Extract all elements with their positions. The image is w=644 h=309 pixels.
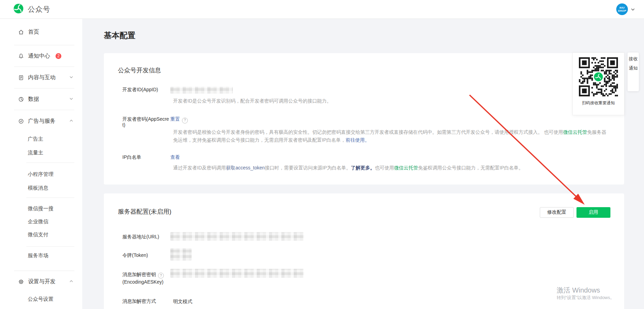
modify-config-button[interactable]: 修改配置 — [540, 207, 574, 218]
ip-view-link[interactable]: 查看 — [170, 154, 180, 160]
brand-title: 公众号 — [28, 4, 50, 14]
server-url-value-masked — [170, 232, 304, 241]
avatar-text-line2: SHOP — [618, 9, 627, 12]
ip-description: 通过开发者ID及密码调用获取access_token接口时，需要设置访问来源IP… — [173, 165, 610, 170]
sidebar-item-label: 内容与互动 — [28, 74, 56, 81]
sidebar-item-settings-dev[interactable]: 设置与开发 — [0, 271, 82, 292]
home-icon — [18, 29, 24, 35]
divider — [26, 163, 74, 163]
sidebar-subitem-label: 微信支付 — [28, 231, 48, 238]
encrypt-method-value: 明文模式 — [173, 299, 192, 304]
sidebar-subitem-label: 小程序管理 — [28, 171, 53, 178]
appid-description: 开发者ID是公众号开发识别码，配合开发者密码可调用公众号的接口能力。 — [173, 98, 610, 104]
sidebar-subitem-search[interactable]: 微信搜一搜 — [0, 202, 82, 215]
ip-desc-text1: 通过开发者ID及密码调用 — [173, 165, 226, 170]
appid-row: 开发者ID(AppID) 开发者ID是公众号开发识别码，配合开发者密码可调用公众… — [122, 87, 610, 104]
sidebar-item-content[interactable]: 内容与互动 — [0, 67, 82, 88]
sidebar-subitem-label: 模板消息 — [28, 185, 48, 191]
chevron-down-icon — [631, 7, 635, 12]
sidebar-subitem-miniprogram[interactable]: 小程序管理 — [0, 167, 82, 181]
notification-badge: 2 — [56, 53, 61, 59]
ip-whitelist-row: IP白名单 查看 通过开发者ID及密码调用获取access_token接口时，需… — [122, 154, 610, 170]
divider — [26, 198, 74, 198]
chevron-down-icon — [69, 74, 73, 81]
sidebar: 首页 通知中心 2 内容与互动 数据 — [0, 19, 82, 309]
sidebar-subitem-label: 企业微信 — [28, 218, 48, 225]
aeskey-label: 消息加解密密钥? (EncodingAESKey) — [122, 269, 170, 286]
aeskey-label-line2: (EncodingAESKey) — [122, 279, 163, 285]
sidebar-item-label: 通知中心 — [28, 52, 50, 60]
sidebar-item-ads-services[interactable]: 广告与服务 — [0, 110, 82, 132]
help-icon[interactable]: ? — [158, 273, 164, 278]
aeskey-label-line1: 消息加解密密钥 — [122, 272, 156, 277]
sidebar-subitem-service-market[interactable]: 服务市场 — [0, 249, 82, 262]
qr-caption: 扫码接收重要通知 — [582, 100, 615, 106]
access-token-link[interactable]: 获取access_token — [226, 165, 265, 170]
compass-icon — [18, 118, 24, 124]
token-label: 令牌(Token) — [122, 248, 170, 258]
cloud-hosting-link[interactable]: 微信云托管 — [563, 129, 587, 135]
appsecret-desc-text: 开发者密码是校验公众号开发者身份的密码，具有极高的安全性。切记勿把密码直接交给第… — [173, 129, 563, 135]
appsecret-row: 开发者密码(AppSecret) 重置? 开发者密码是校验公众号开发者身份的密码… — [122, 116, 610, 144]
learn-more-link[interactable]: 了解更多。 — [351, 165, 375, 170]
pie-chart-icon — [18, 96, 24, 102]
sidebar-item-label: 首页 — [28, 28, 39, 36]
server-config-card: 服务器配置(未启用) 修改配置 启用 服务器地址(URL) 令牌(Token) … — [104, 193, 624, 309]
encrypt-method-label: 消息加解密方式 — [122, 298, 170, 304]
token-row: 令牌(Token) — [122, 248, 610, 261]
sidebar-subitem-template-msg[interactable]: 模板消息 — [0, 181, 82, 195]
sidebar-item-data[interactable]: 数据 — [0, 88, 82, 110]
ip-desc-text3: 也可使用 — [375, 165, 394, 170]
appsecret-reset-link[interactable]: 重置 — [170, 116, 180, 122]
dev-info-card: 公众号开发信息 开发者ID(AppID) 开发者ID是公众号开发识别码，配合开发… — [104, 53, 624, 185]
dev-info-section-title: 公众号开发信息 — [118, 66, 610, 74]
app-window: 公众号 NIU SHOP 首页 通知中心 2 — [0, 0, 644, 309]
ip-desc-text2: 接口时，需要设置访问来源IP为白名单。 — [265, 165, 351, 170]
sidebar-item-label: 广告与服务 — [28, 118, 56, 125]
sidebar-item-label: 设置与开发 — [28, 278, 56, 285]
sidebar-subitem-label: 流量主 — [28, 150, 43, 156]
sidebar-subitem-account-settings[interactable]: 公众号设置 — [0, 292, 82, 306]
aeskey-value-masked — [170, 269, 304, 278]
appsecret-label: 开发者密码(AppSecret) — [122, 116, 170, 128]
sidebar-subitem-wepay[interactable]: 微信支付 — [0, 228, 82, 241]
sidebar-item-home[interactable]: 首页 — [0, 19, 82, 45]
account-menu[interactable]: NIU SHOP — [616, 3, 635, 15]
chevron-up-icon — [69, 278, 73, 285]
page-title: 基本配置 — [104, 30, 644, 40]
official-accounts-logo-icon — [13, 3, 24, 15]
divider — [26, 246, 74, 247]
receive-notice-tab[interactable]: 接收通知 — [628, 52, 639, 91]
encrypt-method-row: 消息加解密方式 明文模式 — [122, 298, 610, 305]
token-value-masked — [170, 248, 192, 261]
avatar-text-line1: NIU — [619, 6, 624, 9]
go-use-link[interactable]: 前往使用。 — [345, 137, 369, 143]
server-config-section-title: 服务器配置(未启用) — [118, 207, 171, 216]
appid-value-masked — [170, 87, 233, 94]
appsecret-description: 开发者密码是校验公众号开发者身份的密码，具有极高的安全性。切记勿把密码直接交给第… — [173, 128, 610, 144]
qr-notification-panel: 扫码接收重要通知 — [572, 52, 624, 115]
document-icon — [18, 75, 24, 81]
sidebar-item-label: 数据 — [28, 96, 39, 103]
gear-icon — [18, 279, 24, 285]
sidebar-item-notifications[interactable]: 通知中心 2 — [0, 45, 82, 67]
sidebar-subitem-wecom[interactable]: 企业微信 — [0, 215, 82, 228]
avatar[interactable]: NIU SHOP — [616, 3, 628, 15]
help-icon[interactable]: ? — [182, 118, 188, 123]
sidebar-subitem-label: 公众号设置 — [28, 296, 53, 302]
sidebar-subitem-advertiser[interactable]: 广告主 — [0, 132, 82, 146]
sidebar-subitem-label: 微信搜一搜 — [28, 205, 53, 212]
sidebar-subitem-traffic[interactable]: 流量主 — [0, 146, 82, 159]
brand-home-link[interactable]: 公众号 — [13, 3, 50, 15]
topbar: 公众号 NIU SHOP — [0, 0, 644, 19]
appid-label: 开发者ID(AppID) — [122, 87, 170, 93]
chevron-up-icon — [69, 118, 73, 124]
server-url-label: 服务器地址(URL) — [122, 233, 170, 240]
ip-desc-text4: 免鉴权调用公众号接口能力，无需配置IP白名单。 — [418, 165, 523, 170]
cloud-hosting-link[interactable]: 微信云托管 — [394, 165, 418, 170]
bell-icon — [18, 53, 24, 59]
enable-button[interactable]: 启用 — [576, 207, 610, 218]
sidebar-subitem-label: 服务市场 — [28, 252, 48, 259]
ip-whitelist-label: IP白名单 — [122, 154, 170, 160]
aeskey-row: 消息加解密密钥? (EncodingAESKey) — [122, 269, 610, 286]
